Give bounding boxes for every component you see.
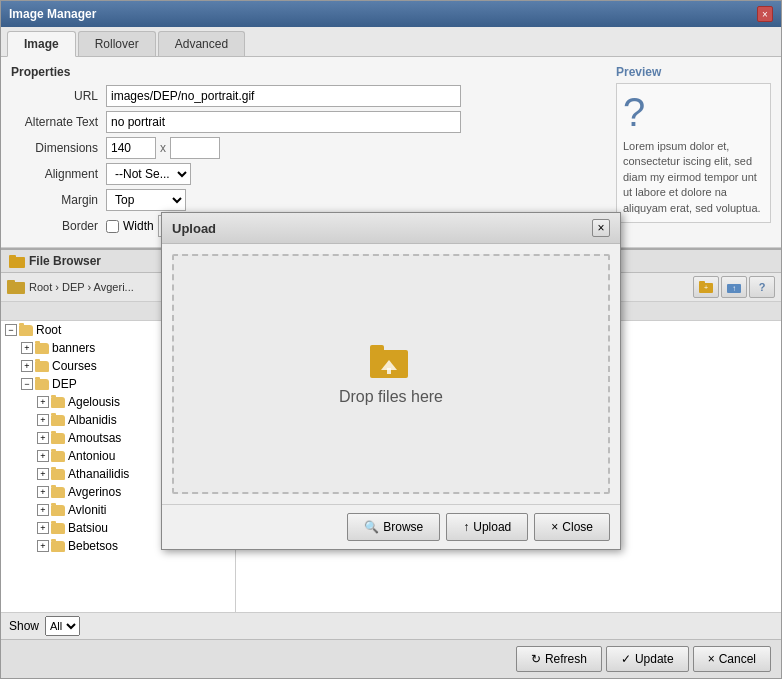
amoutsas-toggle[interactable]: + — [37, 432, 49, 444]
modal-close-button[interactable]: × — [592, 219, 610, 237]
avloniti-label: Avloniti — [68, 503, 106, 517]
preview-area: Preview ? Lorem ipsum dolor et, consecte… — [616, 65, 771, 223]
toolbar-icons: + ↑ ? — [693, 276, 775, 298]
breadcrumb: Root › DEP › Avgeri... — [29, 281, 134, 293]
width-input[interactable] — [106, 137, 156, 159]
url-label: URL — [11, 89, 106, 103]
height-input[interactable] — [170, 137, 220, 159]
svg-rect-10 — [370, 345, 384, 353]
dep-label: DEP — [52, 377, 77, 391]
border-width-label: Width — [123, 219, 154, 233]
window-title: Image Manager — [9, 7, 96, 21]
modal-header: Upload × — [162, 213, 620, 244]
antoniou-toggle[interactable]: + — [37, 450, 49, 462]
preview-question-mark: ? — [623, 90, 645, 135]
avgerinos-folder-icon — [51, 487, 65, 498]
new-folder-button[interactable]: + — [693, 276, 719, 298]
bebetsos-folder-icon — [51, 541, 65, 552]
batsiou-label: Batsiou — [68, 521, 108, 535]
avloniti-toggle[interactable]: + — [37, 504, 49, 516]
svg-rect-1 — [9, 255, 16, 259]
close-label: Close — [562, 520, 593, 534]
browse-icon: 🔍 — [364, 520, 379, 534]
amoutsas-label: Amoutsas — [68, 431, 121, 445]
title-bar: Image Manager × — [1, 1, 781, 27]
root-label: Root — [36, 323, 61, 337]
svg-text:+: + — [704, 284, 708, 291]
bottom-bar: ↻ Refresh ✓ Update × Cancel — [1, 639, 781, 678]
upload-modal-button[interactable]: ↑ Upload — [446, 513, 528, 541]
preview-box: ? Lorem ipsum dolor et, consectetur isci… — [616, 83, 771, 223]
upload-icon: ↑ — [463, 520, 469, 534]
folder-icon — [9, 254, 25, 268]
cancel-icon: × — [708, 652, 715, 666]
tab-advanced[interactable]: Advanced — [158, 31, 245, 56]
modal-body: Drop files here — [162, 244, 620, 504]
amoutsas-folder-icon — [51, 433, 65, 444]
alt-input[interactable] — [106, 111, 461, 133]
preview-lorem-text: Lorem ipsum dolor et, consectetur iscing… — [623, 139, 764, 216]
avgerinos-label: Avgerinos — [68, 485, 121, 499]
browse-button[interactable]: 🔍 Browse — [347, 513, 440, 541]
banners-label: banners — [52, 341, 95, 355]
close-modal-button[interactable]: × Close — [534, 513, 610, 541]
modal-title: Upload — [172, 221, 216, 236]
tab-rollover[interactable]: Rollover — [78, 31, 156, 56]
drop-zone[interactable]: Drop files here — [172, 254, 610, 494]
content-container: Properties URL Alternate Text Dimensions… — [1, 57, 781, 678]
agelousis-toggle[interactable]: + — [37, 396, 49, 408]
refresh-button[interactable]: ↻ Refresh — [516, 646, 602, 672]
svg-rect-3 — [7, 280, 15, 284]
show-select[interactable]: All — [45, 616, 80, 636]
browse-label: Browse — [383, 520, 423, 534]
update-icon: ✓ — [621, 652, 631, 666]
dim-separator: x — [156, 141, 170, 155]
dep-folder-icon — [35, 379, 49, 390]
upload-modal: Upload × Drop files here 🔍 — [161, 212, 621, 550]
cancel-button[interactable]: × Cancel — [693, 646, 771, 672]
upload-button[interactable]: ↑ — [721, 276, 747, 298]
dep-toggle[interactable]: − — [21, 378, 33, 390]
courses-toggle[interactable]: + — [21, 360, 33, 372]
batsiou-folder-icon — [51, 523, 65, 534]
root-folder-icon — [19, 325, 33, 336]
update-button[interactable]: ✓ Update — [606, 646, 689, 672]
avgerinos-toggle[interactable]: + — [37, 486, 49, 498]
close-icon: × — [551, 520, 558, 534]
new-folder-icon: + — [699, 281, 713, 293]
main-window: Image Manager × Image Rollover Advanced … — [0, 0, 782, 679]
drop-text: Drop files here — [339, 388, 443, 406]
show-row: Show All — [1, 612, 781, 639]
margin-select[interactable]: Top — [106, 189, 186, 211]
athanailidis-label: Athanailidis — [68, 467, 129, 481]
help-icon: ? — [759, 281, 766, 293]
alignment-select[interactable]: --Not Se... — [106, 163, 191, 185]
batsiou-toggle[interactable]: + — [37, 522, 49, 534]
alignment-label: Alignment — [11, 167, 106, 181]
update-label: Update — [635, 652, 674, 666]
svg-text:↑: ↑ — [732, 284, 736, 293]
banners-toggle[interactable]: + — [21, 342, 33, 354]
tabs-bar: Image Rollover Advanced — [1, 27, 781, 57]
banners-folder-icon — [35, 343, 49, 354]
drop-zone-icon — [370, 342, 412, 380]
help-button[interactable]: ? — [749, 276, 775, 298]
upload-icon: ↑ — [727, 281, 741, 293]
border-label: Border — [11, 219, 106, 233]
show-label: Show — [9, 619, 39, 633]
cancel-label: Cancel — [719, 652, 756, 666]
alt-label: Alternate Text — [11, 115, 106, 129]
bebetsos-label: Bebetsos — [68, 539, 118, 553]
albanidis-toggle[interactable]: + — [37, 414, 49, 426]
bebetsos-toggle[interactable]: + — [37, 540, 49, 552]
tab-image[interactable]: Image — [7, 31, 76, 57]
window-close-button[interactable]: × — [757, 6, 773, 22]
border-checkbox[interactable] — [106, 220, 119, 233]
agelousis-label: Agelousis — [68, 395, 120, 409]
athanailidis-toggle[interactable]: + — [37, 468, 49, 480]
url-input[interactable] — [106, 85, 461, 107]
svg-rect-12 — [387, 368, 391, 374]
athanailidis-folder-icon — [51, 469, 65, 480]
courses-folder-icon — [35, 361, 49, 372]
root-toggle[interactable]: − — [5, 324, 17, 336]
